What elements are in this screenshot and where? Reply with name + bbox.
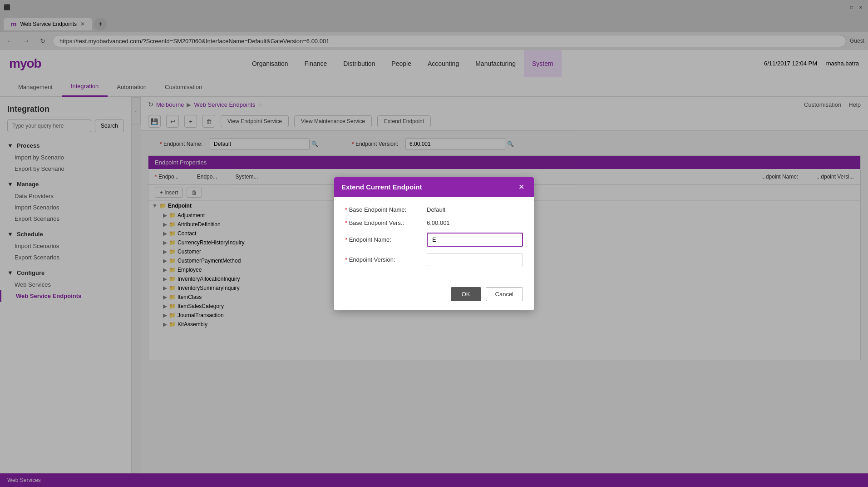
endpoint-name-modal-label: * Endpoint Name: (345, 236, 427, 243)
endpoint-version-modal-input[interactable] (427, 253, 523, 266)
required-star-ep-ver: * (345, 256, 349, 263)
required-star-ep-name: * (345, 236, 349, 243)
modal-overlay: Extend Current Endpoint ✕ * Base Endpoin… (0, 0, 868, 487)
endpoint-version-modal-label: * Endpoint Version: (345, 256, 427, 263)
endpoint-version-field: * Endpoint Version: (345, 253, 523, 266)
base-endpoint-version-label: * Base Endpoint Vers.: (345, 219, 427, 226)
modal-close-button[interactable]: ✕ (516, 182, 527, 193)
required-star-base-name: * (345, 206, 349, 213)
base-endpoint-version-field: * Base Endpoint Vers.: 6.00.001 (345, 219, 523, 226)
endpoint-name-field: * Endpoint Name: (345, 233, 523, 247)
cancel-button[interactable]: Cancel (486, 287, 523, 301)
modal-title: Extend Current Endpoint (341, 183, 422, 191)
base-endpoint-name-label: * Base Endpoint Name: (345, 206, 427, 213)
base-endpoint-name-value: Default (427, 206, 445, 213)
modal-body: * Base Endpoint Name: Default * Base End… (334, 197, 534, 282)
extend-endpoint-modal: Extend Current Endpoint ✕ * Base Endpoin… (334, 177, 534, 310)
base-endpoint-version-value: 6.00.001 (427, 219, 450, 226)
modal-header: Extend Current Endpoint ✕ (334, 177, 534, 197)
modal-footer: OK Cancel (334, 282, 534, 310)
base-endpoint-name-field: * Base Endpoint Name: Default (345, 206, 523, 213)
endpoint-name-modal-input[interactable] (427, 233, 523, 247)
ok-button[interactable]: OK (451, 287, 481, 301)
required-star-base-ver: * (345, 219, 349, 226)
